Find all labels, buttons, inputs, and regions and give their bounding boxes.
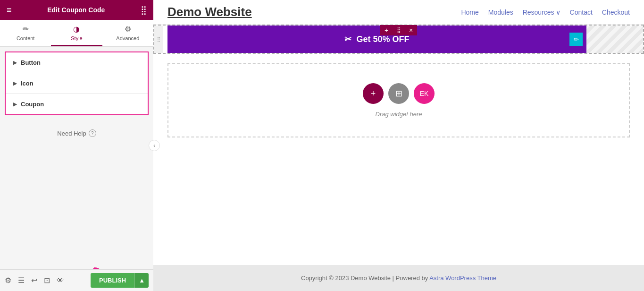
accordion-container: ▶ Button ▶ Icon ▶ Coupon xyxy=(5,51,149,115)
accordion-label-button: Button xyxy=(21,59,41,66)
accordion-item-coupon: ▶ Coupon xyxy=(6,94,148,114)
accordion-label-coupon: Coupon xyxy=(21,101,44,108)
accordion-header-icon[interactable]: ▶ Icon xyxy=(6,73,148,94)
section-handle[interactable]: ⣿ xyxy=(154,26,163,53)
layers-icon[interactable]: ☰ xyxy=(18,276,25,285)
publish-button[interactable]: PUBLISH xyxy=(91,273,134,288)
accordion-header-button[interactable]: ▶ Button xyxy=(6,52,148,73)
nav-contact[interactable]: Contact xyxy=(570,9,593,16)
banner-striped-area xyxy=(586,26,643,53)
resources-chevron-icon: ∨ xyxy=(556,9,560,16)
arrow-icon-icon: ▶ xyxy=(13,81,17,86)
publish-group: PUBLISH ▲ xyxy=(91,273,149,288)
arrow-icon-button: ▶ xyxy=(13,60,17,65)
hamburger-icon[interactable]: ≡ xyxy=(7,5,12,15)
coupon-edit-button[interactable]: ✏ xyxy=(569,33,583,46)
settings-icon[interactable]: ⚙ xyxy=(5,276,11,285)
publish-arrow-button[interactable]: ▲ xyxy=(134,273,149,288)
tab-style[interactable]: ◑ Style xyxy=(51,20,102,46)
nav-modules[interactable]: Modules xyxy=(488,9,513,16)
style-tab-label: Style xyxy=(71,35,82,41)
site-footer: Copyright © 2023 Demo Website | Powered … xyxy=(153,265,644,291)
style-tab-icon: ◑ xyxy=(73,25,80,34)
panel-header: ≡ Edit Coupon Code ⣿ xyxy=(0,0,153,20)
coupon-floating-toolbar: + ⣿ × xyxy=(380,25,417,35)
nav-home[interactable]: Home xyxy=(461,9,478,16)
preview-icon[interactable]: 👁 xyxy=(57,276,64,285)
drag-widget-area: + ⊞ EK Drag widget here xyxy=(167,63,630,137)
coupon-icon: ✂ xyxy=(344,34,351,44)
accordion-item-icon: ▶ Icon xyxy=(6,73,148,94)
footer-text: Copyright © 2023 Demo Website | Powered … xyxy=(301,274,429,282)
site-nav: Demo Website Home Modules Resources ∨ Co… xyxy=(153,0,644,25)
collapse-handle[interactable]: ‹ xyxy=(149,140,160,151)
footer-link[interactable]: Astra WordPress Theme xyxy=(429,274,496,282)
drag-label: Drag widget here xyxy=(376,111,422,118)
grid-icon[interactable]: ⣿ xyxy=(141,5,147,15)
accordion-item-button: ▶ Button xyxy=(6,52,148,73)
nav-links: Home Modules Resources ∨ Contact Checkou… xyxy=(461,9,630,16)
plugin-widget-button[interactable]: EK xyxy=(414,83,435,104)
toolbar-add-button[interactable]: + xyxy=(380,25,393,35)
grid-widget-icon: ⊞ xyxy=(395,88,402,99)
toolbar-close-button[interactable]: × xyxy=(405,25,417,35)
grid-widget-button[interactable]: ⊞ xyxy=(388,83,409,104)
need-help-section: Need Help ? xyxy=(0,129,153,137)
accordion-header-coupon[interactable]: ▶ Coupon xyxy=(6,94,148,114)
site-title: Demo Website xyxy=(167,5,252,19)
advanced-tab-icon: ⚙ xyxy=(125,25,131,34)
coupon-banner: ✂ Get 50% OFF ✏ xyxy=(167,26,586,53)
responsive-icon[interactable]: ⊡ xyxy=(44,276,50,285)
right-panel: Demo Website Home Modules Resources ∨ Co… xyxy=(153,0,644,291)
add-widget-button[interactable]: + xyxy=(363,83,384,104)
panel-title: Edit Coupon Code xyxy=(47,6,105,14)
bottom-left-icons: ⚙ ☰ ↩ ⊡ 👁 xyxy=(5,276,64,285)
content-tab-label: Content xyxy=(17,35,35,41)
advanced-tab-label: Advanced xyxy=(116,35,139,41)
bottom-toolbar: ⚙ ☰ ↩ ⊡ 👁 PUBLISH ▲ xyxy=(0,269,153,291)
handle-icon: ⣿ xyxy=(157,37,160,42)
accordion-label-icon: Icon xyxy=(21,80,33,87)
tab-advanced[interactable]: ⚙ Advanced xyxy=(102,20,153,46)
coupon-section-wrapper: + ⣿ × ⣿ ✂ Get 50% OFF ✏ xyxy=(153,25,644,54)
coupon-text: Get 50% OFF xyxy=(356,34,409,44)
toolbar-grid-button[interactable]: ⣿ xyxy=(393,25,405,35)
panel-tabs: ✏ Content ◑ Style ⚙ Advanced xyxy=(0,20,153,47)
nav-resources[interactable]: Resources ∨ xyxy=(523,9,560,16)
content-tab-icon: ✏ xyxy=(23,25,29,34)
widget-buttons: + ⊞ EK xyxy=(363,83,435,104)
need-help-label[interactable]: Need Help xyxy=(57,130,86,137)
left-panel: ≡ Edit Coupon Code ⣿ ✏ Content ◑ Style ⚙… xyxy=(0,0,153,291)
history-icon[interactable]: ↩ xyxy=(31,276,37,285)
nav-checkout[interactable]: Checkout xyxy=(602,9,630,16)
arrow-icon-coupon: ▶ xyxy=(13,102,17,107)
help-icon[interactable]: ? xyxy=(89,129,96,137)
tab-content[interactable]: ✏ Content xyxy=(0,20,51,46)
